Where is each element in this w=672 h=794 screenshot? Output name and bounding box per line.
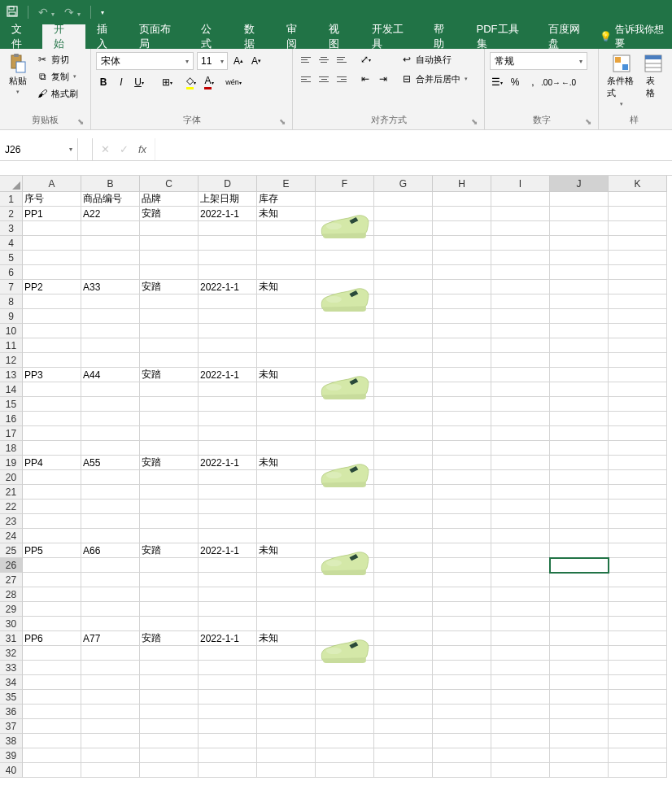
cell-A3[interactable]: [23, 221, 81, 236]
cell-H22[interactable]: [433, 500, 491, 514]
cell-K37[interactable]: [609, 719, 667, 734]
cell-C36[interactable]: [140, 705, 199, 719]
cell-C22[interactable]: [140, 500, 199, 514]
cell-A21[interactable]: [23, 485, 81, 500]
cell-D7[interactable]: 2022-1-1: [199, 280, 257, 294]
col-header-D[interactable]: D: [199, 176, 257, 192]
cell-D5[interactable]: [199, 251, 257, 265]
cell-H32[interactable]: [433, 646, 491, 661]
tab-layout[interactable]: 页面布局: [128, 24, 190, 49]
cell-K32[interactable]: [609, 646, 667, 661]
cell-K35[interactable]: [609, 690, 667, 705]
cell-B22[interactable]: [81, 500, 140, 514]
row-header-18[interactable]: 18: [0, 441, 23, 456]
cell-B25[interactable]: A66: [81, 543, 140, 558]
row-header-17[interactable]: 17: [0, 426, 23, 441]
cell-F39[interactable]: [316, 748, 374, 763]
cell-B29[interactable]: [81, 602, 140, 617]
cell-F9[interactable]: [316, 309, 374, 324]
cell-F16[interactable]: [316, 412, 374, 426]
cell-D3[interactable]: [199, 221, 257, 236]
cell-J31[interactable]: [550, 631, 609, 646]
cell-H13[interactable]: [433, 368, 491, 382]
cell-C24[interactable]: [140, 529, 199, 543]
cell-A17[interactable]: [23, 426, 81, 441]
cell-J14[interactable]: [550, 382, 609, 397]
cell-K28[interactable]: [609, 587, 667, 602]
cell-C3[interactable]: [140, 221, 199, 236]
cell-D27[interactable]: [199, 573, 257, 587]
tab-insert[interactable]: 插入: [85, 24, 128, 49]
cell-I5[interactable]: [491, 251, 550, 265]
cell-B19[interactable]: A55: [81, 456, 140, 470]
cell-H38[interactable]: [433, 734, 491, 748]
cell-F2[interactable]: [316, 207, 374, 221]
cell-F33[interactable]: [316, 661, 374, 675]
cell-H14[interactable]: [433, 382, 491, 397]
cell-B11[interactable]: [81, 338, 140, 353]
cell-J30[interactable]: [550, 617, 609, 631]
cell-A1[interactable]: 序号: [23, 192, 81, 207]
col-header-K[interactable]: K: [609, 176, 667, 192]
cell-J36[interactable]: [550, 705, 609, 719]
row-header-40[interactable]: 40: [0, 763, 23, 778]
cell-E5[interactable]: [257, 251, 316, 265]
tab-view[interactable]: 视图: [317, 24, 360, 49]
cell-K26[interactable]: [609, 558, 667, 573]
cell-E16[interactable]: [257, 412, 316, 426]
cell-D29[interactable]: [199, 602, 257, 617]
cell-A20[interactable]: [23, 470, 81, 485]
row-header-5[interactable]: 5: [0, 251, 23, 265]
col-header-E[interactable]: E: [257, 176, 316, 192]
cancel-icon[interactable]: ✕: [101, 143, 110, 155]
cell-C32[interactable]: [140, 646, 199, 661]
cell-I34[interactable]: [491, 675, 550, 690]
cell-J3[interactable]: [550, 221, 609, 236]
cell-D22[interactable]: [199, 500, 257, 514]
cell-D6[interactable]: [199, 265, 257, 280]
cell-K11[interactable]: [609, 338, 667, 353]
cell-K16[interactable]: [609, 412, 667, 426]
cell-D38[interactable]: [199, 734, 257, 748]
cell-E24[interactable]: [257, 529, 316, 543]
align-top[interactable]: [298, 52, 314, 67]
cell-I26[interactable]: [491, 558, 550, 573]
cell-J27[interactable]: [550, 573, 609, 587]
cell-C9[interactable]: [140, 309, 199, 324]
cell-I20[interactable]: [491, 470, 550, 485]
cell-B40[interactable]: [81, 763, 140, 778]
cell-J16[interactable]: [550, 412, 609, 426]
cell-J20[interactable]: [550, 470, 609, 485]
cell-A4[interactable]: [23, 236, 81, 251]
cell-D25[interactable]: 2022-1-1: [199, 543, 257, 558]
cell-D12[interactable]: [199, 353, 257, 368]
decrease-decimal[interactable]: ←.0: [561, 75, 576, 89]
cell-B12[interactable]: [81, 353, 140, 368]
cell-I38[interactable]: [491, 734, 550, 748]
cell-K3[interactable]: [609, 221, 667, 236]
cell-F34[interactable]: [316, 675, 374, 690]
cell-G37[interactable]: [374, 719, 433, 734]
cell-E33[interactable]: [257, 661, 316, 675]
cell-C12[interactable]: [140, 353, 199, 368]
cell-K2[interactable]: [609, 207, 667, 221]
row-header-15[interactable]: 15: [0, 397, 23, 412]
cell-A24[interactable]: [23, 529, 81, 543]
cell-H33[interactable]: [433, 661, 491, 675]
cell-B10[interactable]: [81, 324, 140, 338]
cell-F3[interactable]: [316, 221, 374, 236]
cell-C29[interactable]: [140, 602, 199, 617]
cell-H18[interactable]: [433, 441, 491, 456]
cell-C27[interactable]: [140, 573, 199, 587]
cell-E26[interactable]: [257, 558, 316, 573]
align-middle[interactable]: [316, 52, 332, 67]
tab-help[interactable]: 帮助: [422, 24, 465, 49]
cell-B13[interactable]: A44: [81, 368, 140, 382]
cell-C8[interactable]: [140, 294, 199, 309]
cell-B24[interactable]: [81, 529, 140, 543]
cell-E29[interactable]: [257, 602, 316, 617]
cell-A35[interactable]: [23, 690, 81, 705]
cell-K36[interactable]: [609, 705, 667, 719]
row-header-16[interactable]: 16: [0, 412, 23, 426]
cell-A14[interactable]: [23, 382, 81, 397]
